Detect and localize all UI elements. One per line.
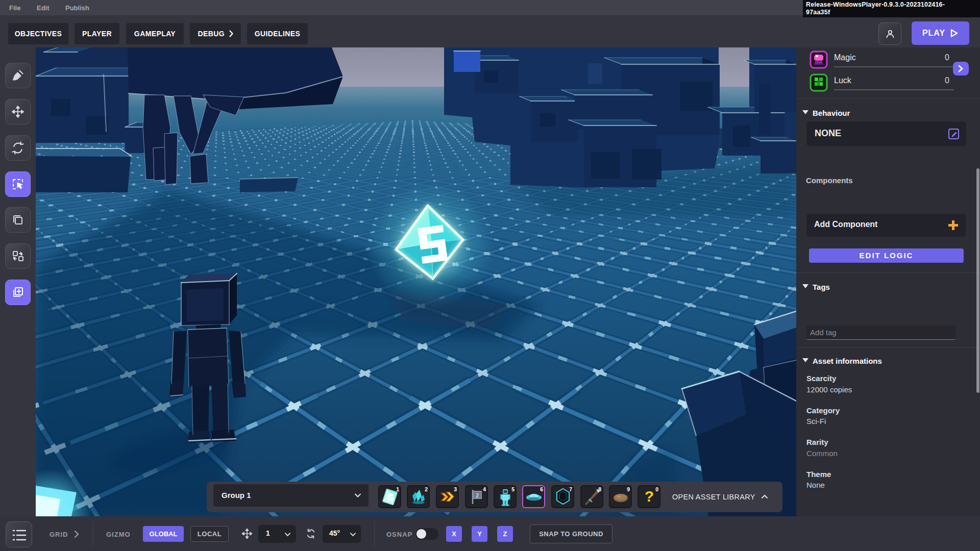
svg-text:2: 2 [475, 492, 478, 498]
svg-text:?: ? [644, 488, 653, 505]
